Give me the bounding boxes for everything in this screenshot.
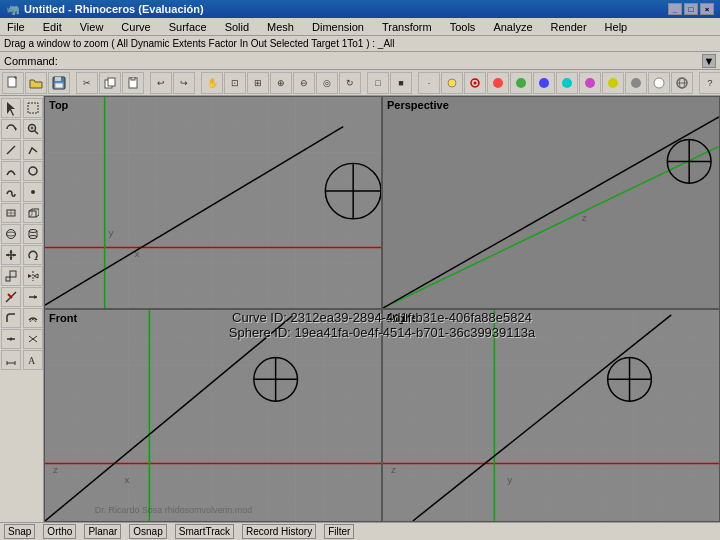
- status-smarttrack[interactable]: SmartTrack: [175, 524, 234, 539]
- tb-shade[interactable]: ■: [390, 72, 412, 94]
- tb-snap[interactable]: [464, 72, 486, 94]
- svg-line-122: [383, 147, 719, 308]
- lt-rotate[interactable]: [23, 245, 43, 265]
- lt-fillet[interactable]: [1, 308, 21, 328]
- lt-trim[interactable]: [1, 287, 21, 307]
- svg-marker-57: [34, 274, 38, 278]
- tb-globe[interactable]: [671, 72, 693, 94]
- lt-zoom[interactable]: [23, 119, 43, 139]
- svg-line-67: [29, 339, 33, 342]
- tb-light[interactable]: [441, 72, 463, 94]
- tb-color7[interactable]: [625, 72, 647, 94]
- close-button[interactable]: ×: [700, 3, 714, 15]
- maximize-button[interactable]: □: [684, 3, 698, 15]
- menu-file[interactable]: File: [4, 20, 28, 34]
- lt-polyline[interactable]: [23, 140, 43, 160]
- tb-undo[interactable]: ↩: [150, 72, 172, 94]
- menu-view[interactable]: View: [77, 20, 107, 34]
- tb-save[interactable]: [48, 72, 70, 94]
- lt-rotate-view[interactable]: [1, 119, 21, 139]
- lt-offset[interactable]: [23, 308, 43, 328]
- tb-color1[interactable]: [487, 72, 509, 94]
- lt-dimension[interactable]: [1, 350, 21, 370]
- tb-color8[interactable]: [648, 72, 670, 94]
- status-filter[interactable]: Filter: [324, 524, 354, 539]
- svg-line-65: [29, 336, 33, 339]
- menu-edit[interactable]: Edit: [40, 20, 65, 34]
- tb-zoom-selected[interactable]: ◎: [316, 72, 338, 94]
- lt-join[interactable]: [1, 329, 21, 349]
- lt-explode[interactable]: [23, 329, 43, 349]
- lt-extend[interactable]: [23, 287, 43, 307]
- lt-arc[interactable]: [1, 161, 21, 181]
- menu-transform[interactable]: Transform: [379, 20, 435, 34]
- tb-color3[interactable]: [533, 72, 555, 94]
- status-planar[interactable]: Planar: [84, 524, 121, 539]
- tb-help[interactable]: ?: [699, 72, 720, 94]
- tb-zoom-out[interactable]: ⊖: [293, 72, 315, 94]
- tb-zoom-window[interactable]: ⊡: [224, 72, 246, 94]
- lt-line[interactable]: [1, 140, 21, 160]
- menu-mesh[interactable]: Mesh: [264, 20, 297, 34]
- tb-redo[interactable]: ↪: [173, 72, 195, 94]
- minimize-button[interactable]: _: [668, 3, 682, 15]
- tb-paste[interactable]: [122, 72, 144, 94]
- commandbar[interactable]: Command: ▼: [0, 52, 720, 70]
- lt-cylinder[interactable]: [23, 224, 43, 244]
- viewport-right[interactable]: Right y z: [382, 309, 720, 522]
- lt-box[interactable]: [23, 203, 43, 223]
- menu-render[interactable]: Render: [548, 20, 590, 34]
- menu-solid[interactable]: Solid: [222, 20, 252, 34]
- left-toolbar: A: [0, 96, 44, 522]
- lt-text[interactable]: A: [23, 350, 43, 370]
- status-ortho[interactable]: Ortho: [43, 524, 76, 539]
- lt-select-row: [1, 98, 43, 118]
- tb-rotate3d[interactable]: ↻: [339, 72, 361, 94]
- viewport-front[interactable]: Front x z: [44, 309, 382, 522]
- svg-marker-48: [9, 257, 12, 260]
- tb-open[interactable]: [25, 72, 47, 94]
- viewport-top[interactable]: Top: [44, 96, 382, 309]
- tb-zoom-in[interactable]: ⊕: [270, 72, 292, 94]
- status-osnap[interactable]: Osnap: [129, 524, 166, 539]
- lt-freeform[interactable]: [1, 182, 21, 202]
- tb-cut[interactable]: ✂: [76, 72, 98, 94]
- svg-marker-50: [13, 254, 16, 257]
- menu-dimension[interactable]: Dimension: [309, 20, 367, 34]
- menu-surface[interactable]: Surface: [166, 20, 210, 34]
- svg-line-123: [383, 117, 719, 308]
- status-snap[interactable]: Snap: [4, 524, 35, 539]
- lt-point[interactable]: [23, 182, 43, 202]
- svg-point-12: [493, 78, 503, 88]
- tb-color5[interactable]: [579, 72, 601, 94]
- menu-help[interactable]: Help: [602, 20, 631, 34]
- svg-marker-56: [28, 274, 32, 278]
- tb-color4[interactable]: [556, 72, 578, 94]
- lt-scale[interactable]: [1, 266, 21, 286]
- svg-text:z: z: [53, 464, 58, 475]
- tb-point[interactable]: ·: [418, 72, 440, 94]
- tb-copy[interactable]: [99, 72, 121, 94]
- status-record[interactable]: Record History: [242, 524, 316, 539]
- lt-sphere[interactable]: [1, 224, 21, 244]
- tb-color2[interactable]: [510, 72, 532, 94]
- viewport-perspective[interactable]: Perspective: [382, 96, 720, 309]
- menu-tools[interactable]: Tools: [447, 20, 479, 34]
- tb-zoom-extents[interactable]: ⊞: [247, 72, 269, 94]
- lt-plane[interactable]: [1, 203, 21, 223]
- lt-circle[interactable]: [23, 161, 43, 181]
- lt-mirror[interactable]: [23, 266, 43, 286]
- commandbar-scroll[interactable]: ▼: [702, 54, 716, 68]
- tb-wire[interactable]: □: [367, 72, 389, 94]
- svg-point-14: [539, 78, 549, 88]
- titlebar: 🦏 Untitled - Rhinoceros (Evaluación) _ □…: [0, 0, 720, 18]
- tb-pan[interactable]: ✋: [201, 72, 223, 94]
- lt-move[interactable]: [1, 245, 21, 265]
- menu-curve[interactable]: Curve: [118, 20, 153, 34]
- tb-color6[interactable]: [602, 72, 624, 94]
- tb-new[interactable]: [2, 72, 24, 94]
- lt-select[interactable]: [1, 98, 21, 118]
- lt-select-window[interactable]: [23, 98, 43, 118]
- svg-line-179: [413, 315, 671, 521]
- menu-analyze[interactable]: Analyze: [490, 20, 535, 34]
